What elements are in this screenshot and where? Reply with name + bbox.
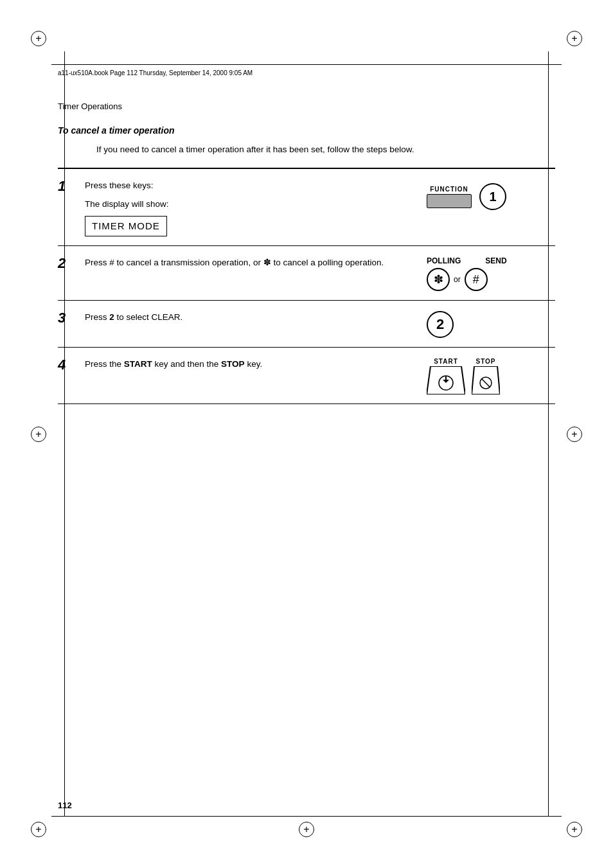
start-key-shape [427, 366, 465, 394]
intro-paragraph: If you need to cancel a timer operation … [96, 143, 555, 156]
main-content: To cancel a timer operation If you need … [58, 125, 555, 791]
reg-mark-left [31, 427, 46, 442]
page-border-bottom [51, 816, 562, 817]
polling-send-labels: POLLING SEND [427, 256, 507, 265]
step-2-keys: POLLING SEND ✽ or # [427, 255, 555, 291]
polling-label: POLLING [427, 256, 461, 265]
stop-key-label: STOP [475, 358, 495, 365]
step-1-number: 1 [58, 178, 78, 195]
step-3-text: Press 2 to select CLEAR. [85, 310, 420, 324]
function-key: FUNCTION [427, 186, 472, 208]
page: a11-ux510A.book Page 112 Thursday, Septe… [0, 0, 613, 868]
step-4-keys: START [427, 357, 555, 394]
reg-mark-right [567, 427, 582, 442]
step-3-number: 3 [58, 310, 78, 326]
start-stop-group: START [427, 358, 500, 394]
or-text: or [454, 275, 461, 284]
hash-key: # [465, 268, 488, 291]
stop-key-shape [472, 366, 500, 394]
key-1-button: 1 [479, 183, 506, 210]
reg-mark-tr [567, 31, 582, 46]
step-4-number: 4 [58, 357, 78, 373]
stop-key-wrap: STOP [472, 358, 500, 394]
function-key-label: FUNCTION [430, 186, 468, 193]
timer-mode-display: TIMER MODE [85, 216, 167, 237]
stop-key [472, 366, 500, 394]
step-3-keys: 2 [427, 310, 555, 338]
step-4-text: Press the START key and then the STOP ke… [85, 357, 420, 371]
step-2-key-row: ✽ or # [427, 268, 488, 291]
reg-mark-bl [31, 822, 46, 837]
header-meta: a11-ux510A.book Page 112 Thursday, Septe… [58, 69, 253, 76]
section-title: Timer Operations [58, 102, 122, 111]
steps-container: 1 Press these keys: The display will sho… [58, 168, 555, 404]
step-1-line1: Press these keys: [85, 179, 420, 192]
send-label: SEND [485, 256, 506, 265]
step-2-number: 2 [58, 255, 78, 272]
page-number: 112 [58, 801, 72, 810]
step-1-line2: The display will show: [85, 198, 420, 211]
reg-mark-tl [31, 31, 46, 46]
section-heading: To cancel a timer operation [58, 125, 555, 136]
step-1-key-group: FUNCTION 1 [427, 183, 506, 210]
page-border-top [51, 64, 562, 65]
step-1-text: Press these keys: The display will show:… [85, 178, 420, 236]
key-2-button: 2 [427, 311, 454, 338]
star-key: ✽ [427, 268, 450, 291]
step-1-keys: FUNCTION 1 [427, 178, 555, 210]
step-3-row: 3 Press 2 to select CLEAR. 2 [58, 301, 555, 348]
step-2-row: 2 Press # to cancel a transmission opera… [58, 246, 555, 301]
reg-mark-br [567, 822, 582, 837]
step-4-row: 4 Press the START key and then the STOP … [58, 348, 555, 404]
function-key-rect [427, 194, 472, 208]
start-key-label: START [434, 358, 458, 365]
step-2-text: Press # to cancel a transmission operati… [85, 255, 420, 269]
start-key-wrap: START [427, 358, 465, 394]
start-key [427, 366, 465, 394]
reg-mark-bottom [299, 822, 314, 837]
step-1-row: 1 Press these keys: The display will sho… [58, 169, 555, 246]
